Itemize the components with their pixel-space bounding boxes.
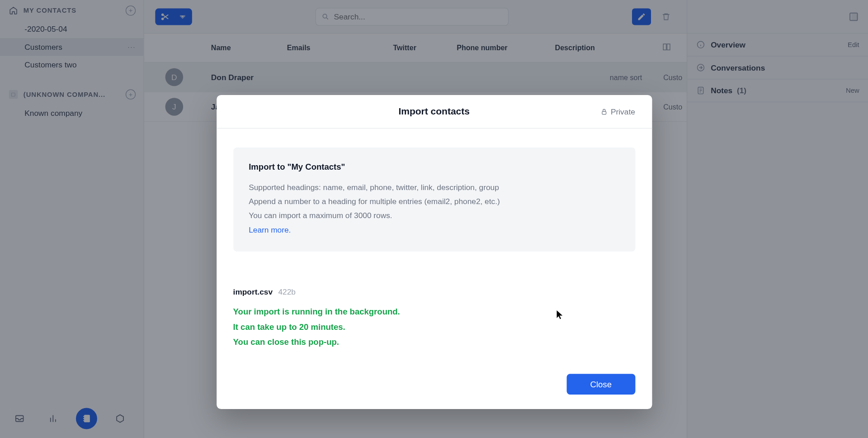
svg-rect-15	[602, 111, 606, 114]
modal-body: Import to "My Contacts" Supported headin…	[217, 129, 652, 409]
learn-more-link[interactable]: Learn more.	[249, 225, 291, 234]
private-label: Private	[611, 107, 635, 116]
file-size: 422b	[278, 287, 295, 296]
status-messages: Your import is running in the background…	[233, 304, 635, 349]
modal-header: Import contacts Private	[217, 95, 652, 129]
modal-footer: Close	[233, 349, 635, 395]
file-name: import.csv	[233, 287, 273, 296]
file-info: import.csv 422b	[233, 287, 635, 296]
modal-title: Import contacts	[398, 106, 470, 117]
modal-overlay: Import contacts Private Import to "My Co…	[0, 0, 868, 438]
import-modal: Import contacts Private Import to "My Co…	[217, 95, 652, 409]
lock-icon	[601, 108, 608, 115]
info-title: Import to "My Contacts"	[249, 162, 619, 171]
close-button[interactable]: Close	[567, 374, 635, 395]
private-tag: Private	[601, 107, 635, 116]
info-text: Supported headings: name, email, phone, …	[249, 181, 619, 237]
info-box: Import to "My Contacts" Supported headin…	[233, 148, 635, 251]
